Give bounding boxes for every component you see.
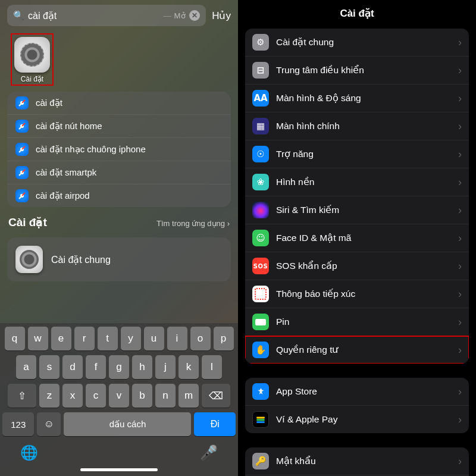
settings-row-label: Trung tâm điều khiển xyxy=(276,65,451,76)
settings-row-label: Thông báo tiếp xúc xyxy=(276,289,451,299)
exposure-icon xyxy=(252,286,269,302)
search-suggestions: cài đặt cài đặt nút home cài đặt nhạc ch… xyxy=(7,92,231,207)
key-backspace[interactable]: ⌫ xyxy=(202,384,230,408)
spotlight-screen: 🔍 Mở ✕ Hủy Cài đặt cài đặt cài đặt nút h… xyxy=(0,0,238,476)
key-c[interactable]: c xyxy=(86,384,106,408)
key-z[interactable]: z xyxy=(39,384,60,408)
settings-row-password[interactable]: 🔑Mật khẩu› xyxy=(245,447,469,475)
key-emoji[interactable]: ☺ xyxy=(37,412,61,436)
key-t[interactable]: t xyxy=(98,327,118,350)
key-v[interactable]: v xyxy=(109,384,129,408)
suggestion-row[interactable]: cài đặt airpod xyxy=(7,184,231,207)
search-input[interactable] xyxy=(28,10,160,21)
key-k[interactable]: k xyxy=(178,355,199,379)
settings-row-label: SOS khẩn cấp xyxy=(276,261,451,271)
suggestion-row[interactable]: cài đặt smartpk xyxy=(7,161,231,184)
home-indicator[interactable] xyxy=(80,468,158,471)
settings-row-home[interactable]: ▦Màn hình chính› xyxy=(245,112,469,140)
suggestion-row[interactable]: cài đặt nút home xyxy=(7,115,231,138)
key-l[interactable]: l xyxy=(202,355,222,379)
keyboard[interactable]: qwertyuiop asdfghjkl ⇧ zxcvbnm ⌫ 123 ☺ d… xyxy=(0,323,238,476)
settings-row-exposure[interactable]: Thông báo tiếp xúc› xyxy=(245,280,469,308)
settings-row-label: Màn hình & Độ sáng xyxy=(276,93,451,104)
key-go[interactable]: Đi xyxy=(194,412,236,436)
chevron-right-icon: › xyxy=(458,232,462,245)
globe-icon[interactable]: 🌐 xyxy=(20,444,38,461)
key-g[interactable]: g xyxy=(109,355,129,379)
key-f[interactable]: f xyxy=(86,355,106,379)
clear-icon[interactable]: ✕ xyxy=(189,10,200,21)
key-h[interactable]: h xyxy=(132,355,152,379)
key-e[interactable]: e xyxy=(51,327,71,350)
key-d[interactable]: d xyxy=(62,355,83,379)
settings-row-label: Pin xyxy=(276,317,451,327)
key-w[interactable]: w xyxy=(28,327,48,350)
key-o[interactable]: o xyxy=(190,327,211,350)
settings-row-access[interactable]: ☉Trợ năng› xyxy=(245,140,469,168)
key-m[interactable]: m xyxy=(178,384,199,408)
safari-icon xyxy=(15,120,29,133)
settings-row-wall[interactable]: ❀Hình nền› xyxy=(245,168,469,196)
key-p[interactable]: p xyxy=(214,327,234,350)
suggestion-row[interactable]: cài đặt nhạc chuông iphone xyxy=(7,138,231,161)
settings-row-control[interactable]: ⊟Trung tâm điều khiển› xyxy=(245,57,469,84)
settings-row-display[interactable]: AAMàn hình & Độ sáng› xyxy=(245,84,469,112)
safari-icon xyxy=(15,96,29,109)
settings-row-label: Siri & Tìm kiếm xyxy=(276,205,451,215)
password-icon: 🔑 xyxy=(252,453,269,469)
suggestion-text: cài đặt nút home xyxy=(36,121,102,131)
search-in-app-link[interactable]: Tìm trong ứng dụng xyxy=(156,219,230,228)
safari-icon xyxy=(15,166,29,179)
chevron-right-icon: › xyxy=(458,260,462,273)
key-b[interactable]: b xyxy=(132,384,152,408)
cancel-button[interactable]: Hủy xyxy=(212,10,231,22)
key-n[interactable]: n xyxy=(155,384,176,408)
settings-row-general[interactable]: ⚙Cài đặt chung› xyxy=(245,29,469,57)
svg-rect-2 xyxy=(256,421,265,423)
settings-row-wallet[interactable]: Ví & Apple Pay› xyxy=(245,406,469,433)
settings-row-battery[interactable]: Pin› xyxy=(245,308,469,336)
top-hit-app[interactable]: Cài đặt xyxy=(11,33,54,86)
key-shift[interactable]: ⇧ xyxy=(8,384,36,408)
settings-scroll[interactable]: ⚙Cài đặt chung›⊟Trung tâm điều khiển›AAM… xyxy=(238,26,476,476)
settings-row-siri[interactable]: Siri & Tìm kiếm› xyxy=(245,196,469,224)
key-a[interactable]: a xyxy=(16,355,36,379)
key-q[interactable]: q xyxy=(5,327,25,350)
key-r[interactable]: r xyxy=(74,327,95,350)
battery-icon xyxy=(252,314,269,330)
section-header: Cài đặt Tìm trong ứng dụng xyxy=(0,207,238,231)
key-i[interactable]: i xyxy=(167,327,187,350)
key-s[interactable]: s xyxy=(39,355,60,379)
chevron-right-icon: › xyxy=(458,344,462,356)
key-u[interactable]: u xyxy=(144,327,164,350)
face-icon: ☺ xyxy=(252,230,269,246)
key-x[interactable]: x xyxy=(62,384,83,408)
settings-row-label: Quyền riêng tư xyxy=(276,345,451,355)
key-y[interactable]: y xyxy=(121,327,141,350)
mic-icon[interactable]: 🎤 xyxy=(200,444,218,461)
chevron-right-icon: › xyxy=(458,414,462,426)
suggestion-row[interactable]: cài đặt xyxy=(7,92,231,115)
privacy-icon: ✋ xyxy=(252,342,269,358)
key-space[interactable]: dấu cách xyxy=(64,412,191,436)
settings-title: Cài đặt xyxy=(238,0,476,26)
settings-app-icon xyxy=(15,246,43,273)
key-numbers[interactable]: 123 xyxy=(2,412,34,436)
in-app-result[interactable]: Cài đặt chung xyxy=(7,237,231,281)
settings-row-face[interactable]: ☺Face ID & Mật mã› xyxy=(245,224,469,252)
chevron-right-icon: › xyxy=(458,386,462,398)
settings-screen: Cài đặt ⚙Cài đặt chung›⊟Trung tâm điều k… xyxy=(238,0,476,476)
settings-row-appstore[interactable]: App Store› xyxy=(245,378,469,406)
settings-row-privacy[interactable]: ✋Quyền riêng tư› xyxy=(245,336,469,364)
chevron-right-icon: › xyxy=(458,204,462,217)
chevron-right-icon: › xyxy=(458,288,462,300)
key-j[interactable]: j xyxy=(155,355,176,379)
top-hit-label: Cài đặt xyxy=(21,75,43,83)
search-hint: Mở xyxy=(164,11,186,20)
settings-row-sos[interactable]: SOSSOS khẩn cấp› xyxy=(245,252,469,280)
settings-row-label: Trợ năng xyxy=(276,149,451,159)
search-icon: 🔍 xyxy=(13,10,24,21)
svg-rect-0 xyxy=(256,417,265,419)
search-field-container[interactable]: 🔍 Mở ✕ xyxy=(7,5,206,26)
settings-row-label: Mật khẩu xyxy=(276,456,451,466)
